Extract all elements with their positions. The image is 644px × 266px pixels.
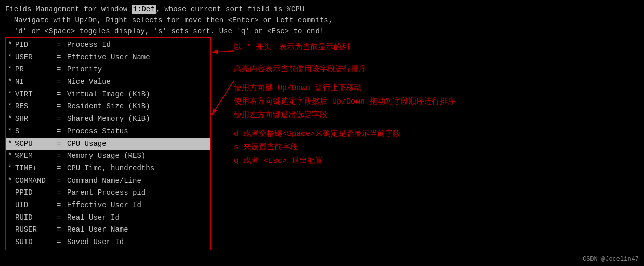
field-name-ppid: PPID <box>15 187 57 199</box>
annotation-right: 使用右方向键选定字段然后 Up/Down 拖动对字段顺序进行排序 <box>234 96 455 108</box>
field-desc-pr: Priority <box>67 64 102 75</box>
field-star-pid: * <box>8 40 15 51</box>
field-desc-suid: Saved User Id <box>67 237 124 248</box>
field-row-suid: SUID = Saved User Id <box>6 236 210 249</box>
field-row-ruser: RUSER = Real User Name <box>6 224 210 236</box>
header-post: , whose current sort field is %CPU <box>156 5 305 14</box>
field-name-s: S <box>15 126 57 137</box>
field-name-ruid: RUID <box>15 212 57 224</box>
field-eq-pr: = <box>57 64 67 75</box>
field-star-command: * <box>8 175 15 187</box>
field-eq-%cpu: = <box>57 138 67 150</box>
annotations-panel: 以 * 开头，表示为当前显示的列 高亮内容表示当前使用该字段进行排序 使用方向键… <box>234 42 455 169</box>
field-star-pr: * <box>8 64 15 75</box>
field-star-virt: * <box>8 89 15 100</box>
svg-line-1 <box>212 81 234 115</box>
field-name-uid: UID <box>15 200 57 211</box>
window-id: 1:Def <box>132 5 156 14</box>
field-star-shr: * <box>8 113 15 125</box>
field-eq-command: = <box>57 175 67 187</box>
field-name-res: RES <box>15 101 57 112</box>
field-eq-user: = <box>57 52 67 64</box>
annotation-space: d 或者空格键<Space>来确定是否显示当前字段 <box>234 128 455 141</box>
field-star-ruser <box>8 224 15 236</box>
field-star-%cpu: * <box>8 138 15 150</box>
field-name-virt: VIRT <box>15 89 57 100</box>
field-row-ruid: RUID = Real User Id <box>6 212 210 224</box>
field-desc-s: Process Status <box>67 126 128 137</box>
header-line3: 'd' or <Space> toggles display, 's' sets… <box>5 26 639 37</box>
field-eq-ni: = <box>57 77 67 88</box>
field-desc-ruid: Real User Id <box>67 212 120 224</box>
field-desc-uid: Effective User Id <box>67 200 141 211</box>
annotation-left: 使用左方向键退出选定字段 <box>234 109 455 122</box>
field-desc-res: Resident Size (KiB) <box>67 101 150 112</box>
annotation-highlight: 高亮内容表示当前使用该字段进行排序 <box>234 64 455 76</box>
field-eq-ruser: = <box>57 224 67 236</box>
watermark: CSDN @Jocelin47 <box>583 256 639 263</box>
field-name-suid: SUID <box>15 237 57 248</box>
header-line2: Navigate with Up/Dn, Right selects for m… <box>5 15 639 26</box>
field-row-uid: UID = Effective User Id <box>6 199 210 212</box>
field-name-user: USER <box>15 52 57 64</box>
field-name-time+: TIME+ <box>15 163 57 174</box>
field-star-time+: * <box>8 163 15 174</box>
field-row-ni: * NI = Nice Value <box>6 76 210 88</box>
field-eq-ppid: = <box>57 187 67 199</box>
field-eq-s: = <box>57 126 67 137</box>
annotation-s: s 来设置当前字段 <box>234 142 455 154</box>
svg-line-0 <box>212 51 234 52</box>
field-star-suid <box>8 237 15 248</box>
terminal-window: Fields Management for window 1:Def, whos… <box>0 0 644 266</box>
field-eq-virt: = <box>57 89 67 100</box>
field-star-ppid <box>8 187 15 199</box>
field-desc-pid: Process Id <box>67 40 111 51</box>
fields-list: * PID = Process Id* USER = Effective Use… <box>5 37 211 250</box>
field-star-ni: * <box>8 77 15 88</box>
annotation-star: 以 * 开头，表示为当前显示的列 <box>234 42 455 54</box>
field-name-ruser: RUSER <box>15 224 57 236</box>
field-desc-%cpu: CPU Usage <box>67 138 107 150</box>
field-row-s: * S = Process Status <box>6 125 210 138</box>
field-row-virt: * VIRT = Virtual Image (KiB) <box>6 88 210 101</box>
field-name-%cpu: %CPU <box>15 138 57 150</box>
field-row-ppid: PPID = Parent Process pid <box>6 187 210 199</box>
field-name-pid: PID <box>15 40 57 51</box>
field-star-res: * <box>8 101 15 112</box>
field-star-uid <box>8 200 15 211</box>
field-star-ruid <box>8 212 15 224</box>
field-desc-user: Effective User Name <box>67 52 150 64</box>
field-eq-suid: = <box>57 237 67 248</box>
field-row-%mem: * %MEM = Memory Usage (RES) <box>6 150 210 162</box>
field-eq-shr: = <box>57 113 67 125</box>
field-eq-pid: = <box>57 40 67 51</box>
field-desc-ppid: Parent Process pid <box>67 187 146 199</box>
field-desc-command: Command Name/Line <box>67 175 141 187</box>
field-desc-time+: CPU Time, hundredths <box>67 163 154 174</box>
field-name-ni: NI <box>15 77 57 88</box>
field-name-shr: SHR <box>15 113 57 125</box>
field-row-res: * RES = Resident Size (KiB) <box>6 100 210 113</box>
header-pre: Fields Management for window <box>5 5 132 14</box>
field-star-%mem: * <box>8 150 15 162</box>
field-name-%mem: %MEM <box>15 150 57 162</box>
field-row-shr: * SHR = Shared Memory (KiB) <box>6 113 210 125</box>
field-eq-ruid: = <box>57 212 67 224</box>
field-row-%cpu: * %CPU = CPU Usage <box>6 138 210 150</box>
field-desc-shr: Shared Memory (KiB) <box>67 113 150 125</box>
field-desc-%mem: Memory Usage (RES) <box>67 150 146 162</box>
field-eq-uid: = <box>57 200 67 211</box>
field-row-user: * USER = Effective User Name <box>6 52 210 64</box>
field-row-pid: * PID = Process Id <box>6 39 210 52</box>
field-name-command: COMMAND <box>15 175 57 187</box>
field-row-command: * COMMAND= Command Name/Line <box>6 175 210 187</box>
annotation-group2: 使用方向键 Up/Down 进行上下移动 使用右方向键选定字段然后 Up/Dow… <box>234 82 455 122</box>
field-star-s: * <box>8 126 15 137</box>
header-line1: Fields Management for window 1:Def, whos… <box>5 4 639 15</box>
field-eq-%mem: = <box>57 150 67 162</box>
annotation-move: 使用方向键 Up/Down 进行上下移动 <box>234 82 455 95</box>
annotation-group3: d 或者空格键<Space>来确定是否显示当前字段 s 来设置当前字段 q 或者… <box>234 128 455 168</box>
field-desc-ruser: Real User Name <box>67 224 128 236</box>
field-star-user: * <box>8 52 15 64</box>
field-desc-ni: Nice Value <box>67 77 111 88</box>
